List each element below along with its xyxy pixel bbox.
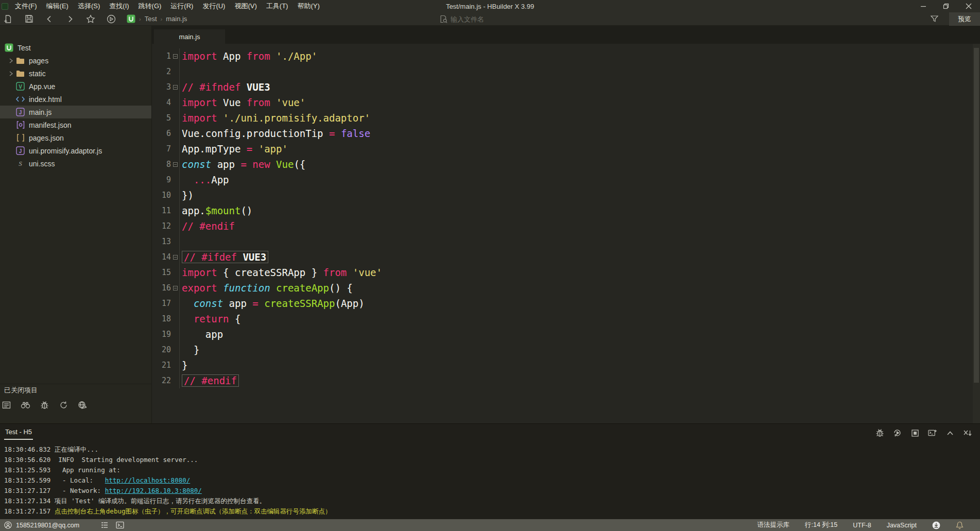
code-line-7[interactable]: 7App.mpType = 'app' (152, 141, 973, 157)
code-area[interactable]: 1import App from './App'23// #ifndef VUE… (152, 44, 973, 423)
line-number[interactable]: 6 (152, 126, 171, 141)
tree-item-pages-json[interactable]: pages.json (0, 131, 151, 144)
run-icon[interactable] (107, 14, 116, 24)
minimize-icon[interactable] (912, 0, 935, 12)
new-file-icon[interactable] (4, 14, 13, 24)
tree-item-main-js[interactable]: Jmain.js (0, 106, 151, 118)
menu-item-8[interactable]: 工具(T) (262, 0, 293, 12)
line-number[interactable]: 8 (152, 157, 171, 172)
bug-icon[interactable] (39, 400, 49, 410)
encoding-label[interactable]: UTF-8 (853, 522, 871, 529)
chevron-right-icon[interactable] (6, 71, 15, 77)
code-line-6[interactable]: 6Vue.config.productionTip = false (152, 126, 973, 141)
line-number[interactable]: 9 (152, 172, 171, 187)
collapse-icon[interactable] (945, 429, 954, 437)
preview-button[interactable]: 预览 (949, 12, 980, 26)
console-link[interactable]: http://192.168.10.3:8080/ (105, 487, 202, 494)
code-line-12[interactable]: 12// #endif (152, 218, 973, 234)
code-line-16[interactable]: 16export function createApp() { (152, 280, 973, 296)
line-number[interactable]: 10 (152, 187, 171, 203)
line-number[interactable]: 17 (152, 296, 171, 311)
line-number[interactable]: 22 (152, 373, 171, 388)
line-number[interactable]: 19 (152, 327, 171, 342)
code-line-3[interactable]: 3// #ifndef VUE3 (152, 79, 973, 95)
code-line-20[interactable]: 20 } (152, 342, 973, 357)
line-number[interactable]: 20 (152, 342, 171, 357)
code-line-2[interactable]: 2 (152, 64, 973, 79)
menu-item-5[interactable]: 运行(R) (166, 0, 198, 12)
terminal-add-icon[interactable] (928, 429, 937, 437)
line-number[interactable]: 4 (152, 95, 171, 110)
code-line-15[interactable]: 15import { createSSRApp } from 'vue' (152, 265, 973, 280)
menu-item-4[interactable]: 跳转(G) (134, 0, 166, 12)
menu-item-6[interactable]: 发行(U) (198, 0, 230, 12)
language-mode-label[interactable]: JavaScript (887, 522, 917, 529)
stop-icon[interactable] (910, 429, 919, 437)
account-email[interactable]: 1585219801@qq.com (16, 522, 79, 529)
line-number[interactable]: 3 (152, 79, 171, 95)
code-line-14[interactable]: 14// #ifdef VUE3 (152, 249, 973, 265)
menu-item-3[interactable]: 查找(I) (105, 0, 133, 12)
menu-item-9[interactable]: 帮助(Y) (293, 0, 324, 12)
globe-icon[interactable] (77, 400, 88, 410)
forward-icon[interactable] (65, 14, 75, 24)
menu-item-0[interactable]: 文件(F) (10, 0, 42, 12)
line-number[interactable]: 7 (152, 141, 171, 157)
bug-icon[interactable] (875, 429, 884, 437)
breadcrumb-item-1[interactable]: main.js (166, 15, 187, 23)
tree-item-uni-promisify-adaptor-js[interactable]: Juni.promisify.adaptor.js (0, 144, 151, 157)
close-panel-icon[interactable] (963, 429, 972, 437)
refresh-icon[interactable] (58, 400, 68, 410)
code-line-19[interactable]: 19 app (152, 327, 973, 342)
maximize-icon[interactable] (935, 0, 957, 12)
fold-marker-icon[interactable] (173, 255, 178, 260)
console-tab[interactable]: Test - H5 (4, 428, 33, 440)
code-line-9[interactable]: 9 ...App (152, 172, 973, 187)
line-number[interactable]: 11 (152, 203, 171, 218)
chevron-right-icon[interactable] (6, 58, 15, 64)
code-line-4[interactable]: 4import Vue from 'vue' (152, 95, 973, 110)
close-icon[interactable] (957, 0, 980, 12)
code-line-18[interactable]: 18 return { (152, 311, 973, 327)
search-input[interactable] (451, 15, 528, 23)
breadcrumb-item-0[interactable]: Test (145, 15, 157, 23)
panel-icon[interactable] (1, 400, 11, 410)
code-line-5[interactable]: 5import './uni.promisify.adaptor' (152, 110, 973, 126)
binoculars-icon[interactable] (20, 400, 30, 410)
tab-main-js[interactable]: main.js (154, 29, 225, 44)
line-number[interactable]: 1 (152, 48, 171, 64)
line-number[interactable]: 16 (152, 280, 171, 296)
fold-marker-icon[interactable] (173, 162, 178, 167)
line-number[interactable]: 21 (152, 357, 171, 373)
code-line-10[interactable]: 10}) (152, 187, 973, 203)
outline-list-icon[interactable] (101, 521, 109, 529)
tree-item-index-html[interactable]: index.html (0, 93, 151, 106)
back-icon[interactable] (45, 14, 54, 24)
line-number[interactable]: 5 (152, 110, 171, 126)
menu-item-2[interactable]: 选择(S) (73, 0, 105, 12)
star-icon[interactable] (86, 14, 95, 24)
filter-icon[interactable] (930, 14, 939, 23)
line-number[interactable]: 13 (152, 234, 171, 249)
tree-item-manifest-json[interactable]: manifest.json (0, 118, 151, 131)
menu-item-1[interactable]: 编辑(E) (42, 0, 73, 12)
line-number[interactable]: 12 (152, 218, 171, 234)
code-line-8[interactable]: 8const app = new Vue({ (152, 157, 973, 172)
update-download-icon[interactable] (932, 521, 940, 529)
closed-projects-section[interactable]: 已关闭项目 (0, 384, 151, 397)
scrollbar-thumb[interactable] (974, 48, 979, 383)
console-link[interactable]: http://localhost:8080/ (105, 476, 191, 484)
tree-item-Test[interactable]: Test (0, 41, 151, 54)
fold-marker-icon[interactable] (173, 286, 178, 290)
line-number[interactable]: 14 (152, 249, 171, 265)
line-number[interactable]: 2 (152, 64, 171, 79)
restart-icon[interactable] (893, 429, 902, 437)
menu-item-7[interactable]: 视图(V) (230, 0, 261, 12)
line-number[interactable]: 15 (152, 265, 171, 280)
code-line-13[interactable]: 13 (152, 234, 973, 249)
fold-marker-icon[interactable] (173, 54, 178, 59)
tree-item-App-vue[interactable]: VApp.vue (0, 80, 151, 93)
terminal-icon[interactable] (116, 521, 124, 529)
tree-item-uni-scss[interactable]: Suni.scss (0, 157, 151, 170)
code-line-1[interactable]: 1import App from './App' (152, 48, 973, 64)
